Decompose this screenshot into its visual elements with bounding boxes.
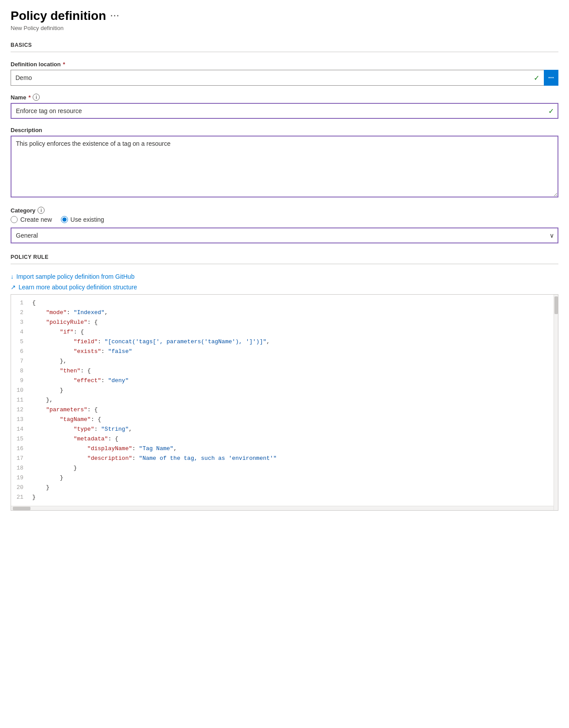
page-title: Policy definition ··· — [11, 9, 120, 23]
code-line: "type": "String", — [32, 425, 554, 434]
line-number: 3 — [15, 318, 23, 327]
use-existing-radio[interactable] — [61, 216, 68, 223]
code-line: "exists": "false" — [32, 347, 554, 356]
code-line: } — [32, 483, 554, 493]
code-line: } — [32, 386, 554, 395]
code-line: "parameters": { — [32, 405, 554, 415]
code-line: "description": "Name of the tag, such as… — [32, 454, 554, 463]
definition-location-input-wrapper: ✓ — [11, 70, 544, 86]
code-line: }, — [32, 356, 554, 366]
create-new-radio[interactable] — [11, 216, 18, 223]
line-number: 14 — [15, 425, 23, 434]
line-numbers: 123456789101112131415161718192021 — [11, 295, 27, 506]
line-number: 20 — [15, 483, 23, 493]
line-number: 6 — [15, 347, 23, 356]
basics-divider — [11, 52, 558, 52]
line-number: 5 — [15, 337, 23, 347]
category-field: Category i Create new Use existing Gener… — [11, 207, 558, 243]
code-line: } — [32, 473, 554, 483]
line-number: 9 — [15, 376, 23, 386]
code-line: { — [32, 298, 554, 308]
code-editor[interactable]: 123456789101112131415161718192021 { "mod… — [11, 294, 558, 511]
import-github-row: ↓ Import sample policy definition from G… — [11, 273, 558, 280]
label-text: Description — [11, 127, 42, 133]
name-label: Name * i — [11, 94, 558, 101]
scrollbar-thumb — [554, 296, 558, 314]
label-text: Definition location — [11, 61, 60, 68]
definition-location-field: Definition location * ✓ ··· — [11, 61, 558, 86]
line-number: 10 — [15, 386, 23, 395]
line-number: 12 — [15, 405, 23, 415]
policy-rule-section: POLICY RULE ↓ Import sample policy defin… — [11, 254, 558, 511]
policy-rule-section-header: POLICY RULE — [11, 254, 558, 260]
category-radio-group: Create new Use existing — [11, 216, 558, 223]
line-number: 21 — [15, 493, 23, 502]
line-number: 8 — [15, 366, 23, 376]
vertical-scrollbar[interactable] — [554, 295, 558, 510]
use-existing-radio-option[interactable]: Use existing — [61, 216, 104, 223]
description-label: Description — [11, 127, 558, 133]
import-github-link[interactable]: Import sample policy definition from Git… — [16, 273, 135, 280]
learn-more-link[interactable]: Learn more about policy definition struc… — [19, 284, 137, 291]
category-select-wrapper: General Compute Networking Storage ∨ — [11, 228, 558, 243]
category-label: Category i — [11, 207, 558, 214]
definition-location-wrapper: ✓ ··· — [11, 70, 558, 86]
create-new-label: Create new — [20, 216, 52, 223]
name-info-icon[interactable]: i — [33, 94, 40, 101]
code-line: "effect": "deny" — [32, 376, 554, 386]
code-text[interactable]: { "mode": "Indexed", "policyRule": { "if… — [27, 295, 554, 506]
label-text: Name — [11, 94, 26, 101]
external-link-icon: ↗ — [11, 284, 16, 291]
description-input[interactable]: This policy enforces the existence of a … — [11, 136, 558, 197]
code-line: "mode": "Indexed", — [32, 308, 554, 318]
line-number: 19 — [15, 473, 23, 483]
line-number: 11 — [15, 395, 23, 405]
code-line: } — [32, 493, 554, 502]
name-field: Name * i ✓ — [11, 94, 558, 119]
category-select[interactable]: General Compute Networking Storage — [11, 228, 558, 243]
code-line: "displayName": "Tag Name", — [32, 444, 554, 454]
name-input[interactable] — [11, 103, 558, 119]
name-check-icon: ✓ — [548, 107, 554, 115]
label-text: Category — [11, 207, 35, 214]
use-existing-label: Use existing — [71, 216, 104, 223]
code-line: "if": { — [32, 327, 554, 337]
category-info-icon[interactable]: i — [38, 207, 45, 214]
code-line: } — [32, 463, 554, 473]
line-number: 7 — [15, 356, 23, 366]
policy-rule-divider — [11, 264, 558, 264]
definition-location-check-icon: ✓ — [534, 74, 539, 82]
line-number: 4 — [15, 327, 23, 337]
line-number: 1 — [15, 298, 23, 308]
learn-more-row: ↗ Learn more about policy definition str… — [11, 284, 558, 291]
line-number: 2 — [15, 308, 23, 318]
line-number: 17 — [15, 454, 23, 463]
definition-location-browse-button[interactable]: ··· — [544, 70, 558, 86]
basics-section-header: BASICS — [11, 42, 558, 48]
name-input-wrapper: ✓ — [11, 103, 558, 119]
code-line: }, — [32, 395, 554, 405]
more-options-icon[interactable]: ··· — [110, 11, 120, 21]
code-line: "policyRule": { — [32, 318, 554, 327]
line-number: 16 — [15, 444, 23, 454]
code-line: "field": "[concat('tags[', parameters('t… — [32, 337, 554, 347]
download-icon: ↓ — [11, 273, 14, 280]
code-line: "then": { — [32, 366, 554, 376]
code-line: "tagName": { — [32, 415, 554, 425]
line-number: 18 — [15, 463, 23, 473]
required-indicator: * — [28, 94, 30, 101]
title-text: Policy definition — [11, 9, 106, 23]
required-indicator: * — [63, 61, 65, 68]
description-field: Description This policy enforces the exi… — [11, 127, 558, 199]
horizontal-scrollbar[interactable] — [11, 506, 554, 510]
line-number: 13 — [15, 415, 23, 425]
scrollbar-thumb-h — [13, 507, 30, 510]
create-new-radio-option[interactable]: Create new — [11, 216, 52, 223]
page-subtitle: New Policy definition — [11, 25, 558, 31]
definition-location-label: Definition location * — [11, 61, 558, 68]
line-number: 15 — [15, 434, 23, 444]
code-content: 123456789101112131415161718192021 { "mod… — [11, 295, 558, 510]
definition-location-input[interactable] — [11, 70, 544, 86]
code-line: "metadata": { — [32, 434, 554, 444]
